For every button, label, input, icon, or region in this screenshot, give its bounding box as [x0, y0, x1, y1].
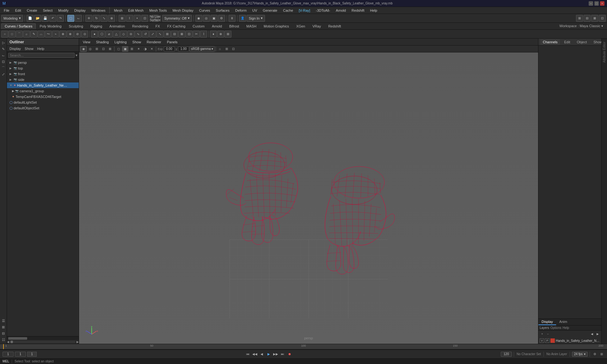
align-curve[interactable]: ⊙	[81, 31, 88, 38]
vp-menu-renderer[interactable]: Renderer	[144, 39, 164, 45]
menu-windows[interactable]: Windows	[89, 8, 108, 13]
outliner-menu-help[interactable]: Help	[36, 46, 46, 51]
menu-uv[interactable]: UV	[250, 8, 260, 13]
help-tab[interactable]: Help	[562, 326, 569, 330]
left-icon-lasso[interactable]: ⌙	[1, 52, 6, 58]
menu-curves[interactable]: Curves	[197, 8, 213, 13]
menu-create[interactable]: Create	[24, 8, 40, 13]
layers-tab[interactable]: Layers	[540, 326, 549, 330]
layer-visibility-p[interactable]: P	[545, 338, 549, 343]
tab-animation[interactable]: Animation	[106, 23, 128, 29]
snap-grid-button[interactable]: ⊞	[119, 15, 126, 22]
tab-display[interactable]: Display	[538, 319, 556, 325]
trim-tool[interactable]: ✂	[193, 31, 200, 38]
sphere-tool[interactable]: ●	[91, 31, 98, 38]
move-tool-button[interactable]: ✛	[85, 15, 92, 22]
tree-item-objectset[interactable]: ◯ defaultObjectSet	[7, 105, 79, 111]
vp-hud-toggle[interactable]: ⊡	[230, 46, 236, 52]
curve-tool[interactable]: ⌒	[16, 31, 23, 38]
vp-menu-lighting[interactable]: Lighting	[112, 39, 129, 45]
menu-generate[interactable]: Generate	[260, 8, 280, 13]
rotate-tool-button[interactable]: ↻	[93, 15, 100, 22]
sculpt-tool[interactable]: ♦	[210, 31, 217, 38]
vp-xray-btn[interactable]: ✕	[149, 46, 155, 52]
boundary-tool[interactable]: ⊠	[178, 31, 185, 38]
tab-anim[interactable]: Anim	[556, 319, 570, 325]
vp-camera-mode3[interactable]: ⊞	[94, 46, 100, 52]
pause-button[interactable]: ⏸	[229, 15, 236, 22]
outliner-vscroll-thumb[interactable]	[10, 341, 13, 343]
universal-tool-button[interactable]: ⊕	[108, 15, 115, 22]
scroll-right-icon[interactable]: ▶	[77, 340, 79, 343]
revolve-tool[interactable]: ↺	[142, 31, 149, 38]
tree-item-front[interactable]: ▶ 📷 front	[7, 71, 79, 77]
undo-button[interactable]: ↶	[49, 15, 56, 22]
close-button[interactable]: ×	[600, 1, 604, 6]
left-icon-grid[interactable]: ⊟	[1, 331, 6, 336]
play-forward-button[interactable]: ▶	[266, 351, 272, 357]
workspace-layout-btn1[interactable]: ⊞	[576, 15, 583, 22]
open-file-button[interactable]: 📂	[34, 15, 41, 22]
vp-shaded-btn[interactable]: ◼	[122, 46, 128, 52]
tree-item-camera1-group[interactable]: ▶ 📷 camera1_group	[7, 88, 79, 94]
menu-edit[interactable]: Edit	[13, 8, 24, 13]
vp-camera-mode4[interactable]: ⊡	[100, 46, 107, 52]
menu-arnold[interactable]: Arnold	[333, 8, 348, 13]
tree-item-persp[interactable]: ▶ 📷 persp	[7, 60, 79, 65]
menu-modify[interactable]: Modify	[56, 8, 71, 13]
detach-curve[interactable]: ⊗	[67, 31, 74, 38]
cube-tool[interactable]: ⬡	[98, 31, 105, 38]
tab-edit[interactable]: Edit	[561, 39, 573, 45]
mode-dropdown[interactable]: Modeling ▾	[1, 15, 23, 22]
curve-modify[interactable]: 〜	[45, 31, 52, 38]
tree-item-side[interactable]: ▶ 📷 side	[7, 77, 79, 82]
tab-bifrost[interactable]: Bifrost	[226, 23, 242, 29]
render-settings-button[interactable]: ⚙	[218, 15, 225, 22]
layer-new-btn[interactable]: +	[540, 331, 545, 337]
attribute-editor-label[interactable]: Attribute Editor	[603, 42, 606, 63]
goto-start-button[interactable]: ⏮	[245, 351, 251, 357]
square-tool[interactable]: □	[9, 31, 15, 38]
frame-start-input[interactable]	[3, 352, 14, 357]
workspace-layout-btn3[interactable]: ⊠	[591, 15, 598, 22]
scroll-left-icon[interactable]: ◀	[7, 340, 9, 343]
tab-fx[interactable]: FX	[152, 23, 163, 29]
left-icon-components[interactable]: ⊡	[1, 59, 6, 64]
outliner-menu-show[interactable]: Show	[23, 46, 35, 51]
sign-in-button[interactable]: Sign In ▾	[247, 15, 265, 22]
no-live-surface-button[interactable]: No Live Surface	[152, 15, 159, 22]
tree-item-top[interactable]: ▶ 📷 top	[7, 65, 79, 71]
timeline-ticks[interactable]: 1 50 100 150 200	[0, 344, 607, 349]
vp-lighting-btn[interactable]: ☀	[135, 46, 142, 52]
minimize-button[interactable]: −	[589, 1, 593, 6]
vp-camera-mode5[interactable]: ⊠	[107, 46, 113, 52]
ipr-render-button[interactable]: ◎	[203, 15, 210, 22]
goto-end-button[interactable]: ⏭	[280, 351, 285, 357]
menu-deform[interactable]: Deform	[233, 8, 249, 13]
surface-fillet[interactable]: ⊡	[186, 31, 193, 38]
tree-item-lightset[interactable]: ◯ defaultLightSet	[7, 100, 79, 105]
planar-tool[interactable]: ⊞	[164, 31, 171, 38]
tree-item-tempcam[interactable]: ✦ TempCamFBXASCD46Target	[7, 94, 79, 100]
tab-fx-caching[interactable]: FX Caching	[164, 23, 189, 29]
circle-tool[interactable]: ○	[1, 31, 8, 38]
workspace-layout-btn2[interactable]: ⊟	[584, 15, 591, 22]
vp-menu-show[interactable]: Show	[130, 39, 144, 45]
menu-file[interactable]: File	[1, 8, 12, 13]
tab-curves-surfaces[interactable]: Curves / Surfaces	[1, 23, 36, 29]
lasso-select-button[interactable]: ⌙	[75, 15, 82, 22]
left-icon-deform[interactable]: ⤢	[1, 71, 6, 77]
cone-tool[interactable]: △	[113, 31, 120, 38]
selection-handle[interactable]: ⊕	[217, 31, 224, 38]
attach-curve[interactable]: ⊘	[74, 31, 81, 38]
tab-sculpting[interactable]: Sculpting	[65, 23, 87, 29]
left-icon-settings[interactable]: ⊞	[1, 324, 6, 330]
save-file-button[interactable]: 💾	[42, 15, 49, 22]
preferences-btn[interactable]: ⚙	[592, 351, 598, 357]
step-forward-button[interactable]: ▶▶	[273, 351, 279, 357]
left-icon-list[interactable]: ☷	[1, 337, 6, 343]
vp-menu-panels[interactable]: Panels	[164, 39, 180, 45]
menu-3dtoall[interactable]: -3DToAll-	[313, 8, 333, 13]
layer-delete-btn[interactable]: −	[545, 331, 550, 337]
snap-point-button[interactable]: •	[134, 15, 141, 22]
